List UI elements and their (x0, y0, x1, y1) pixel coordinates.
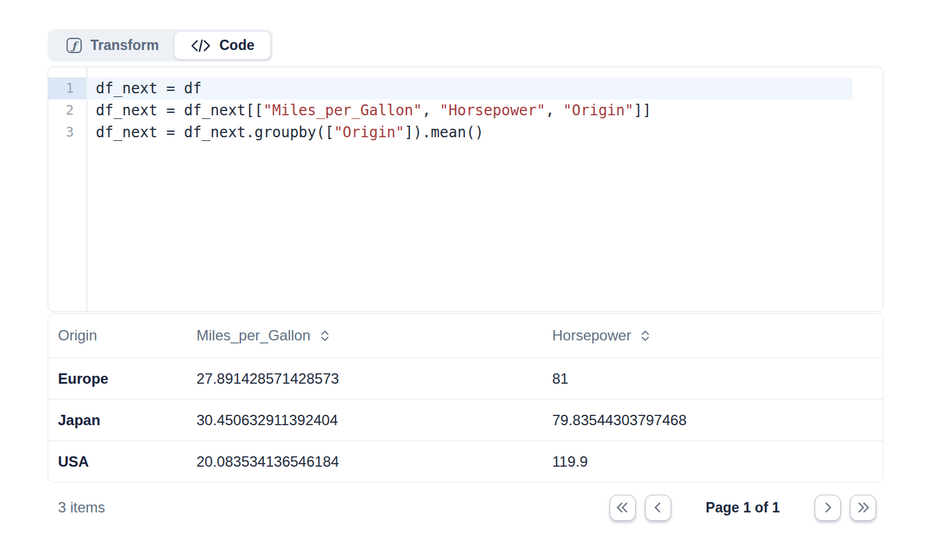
horsepower-cell: 79.83544303797468 (552, 412, 883, 429)
code-token: df_next = df (96, 80, 201, 97)
svg-text:ƒ: ƒ (70, 40, 79, 52)
code-editor[interactable]: 1 df_next = df 2 df_next = df_next[["Mil… (48, 66, 884, 312)
line-number: 1 (48, 77, 87, 99)
view-tabbar: ƒ Transform Code (48, 29, 273, 62)
string-token: "Horsepower" (440, 102, 545, 119)
code-line-1[interactable]: 1 df_next = df (48, 77, 883, 99)
code-icon (190, 38, 211, 53)
row-index-cell: USA (48, 453, 196, 470)
column-label: Horsepower (552, 327, 631, 344)
miles-per-gallon-cell: 30.450632911392404 (196, 412, 552, 429)
chevron-right-icon (821, 500, 835, 515)
row-index-cell: Japan (48, 412, 196, 429)
column-header-horsepower[interactable]: Horsepower (552, 327, 883, 344)
result-table: Origin Miles_per_Gallon Horsepower (48, 313, 884, 483)
sort-updown-icon[interactable] (640, 329, 650, 342)
line-number: 2 (48, 99, 87, 121)
column-label: Origin (58, 327, 97, 344)
code-token: df_next = df_next[[ (96, 102, 264, 119)
table-row[interactable]: Japan 30.450632911392404 79.835443037974… (48, 399, 883, 440)
page-indicator: Page 1 of 1 (706, 500, 780, 516)
miles-per-gallon-cell: 27.891428571428573 (196, 370, 552, 387)
function-icon: ƒ (66, 37, 82, 54)
string-token: "Origin" (563, 102, 634, 119)
code-line-content[interactable]: df_next = df_next[["Miles_per_Gallon", "… (87, 99, 852, 121)
table-footer: 3 items Page 1 of 1 (48, 489, 884, 526)
code-line-content[interactable]: df_next = df_next.groupby(["Origin"]).me… (87, 121, 852, 143)
items-count: 3 items (58, 499, 105, 516)
tab-transform-label: Transform (90, 37, 159, 54)
prev-page-button[interactable] (645, 495, 671, 521)
tab-code[interactable]: Code (175, 32, 270, 59)
horsepower-cell: 81 (552, 370, 883, 387)
string-token: "Miles_per_Gallon" (264, 102, 422, 119)
chevron-left-icon (650, 500, 665, 515)
code-token: ]] (633, 102, 651, 119)
column-header-origin: Origin (48, 327, 196, 344)
column-header-miles-per-gallon[interactable]: Miles_per_Gallon (196, 327, 552, 344)
pagination: Page 1 of 1 (610, 495, 876, 521)
code-line-3[interactable]: 3 df_next = df_next.groupby(["Origin"]).… (48, 121, 883, 143)
table-row[interactable]: USA 20.083534136546184 119.9 (48, 440, 883, 482)
chevrons-right-icon (856, 500, 871, 515)
tab-transform[interactable]: ƒ Transform (50, 32, 175, 59)
row-index-cell: Europe (48, 370, 196, 387)
horsepower-cell: 119.9 (552, 453, 883, 470)
code-token: ]).mean() (405, 124, 484, 141)
sort-updown-icon[interactable] (320, 329, 330, 342)
code-token: , (545, 102, 563, 119)
table-row[interactable]: Europe 27.891428571428573 81 (48, 357, 883, 399)
last-page-button[interactable] (850, 495, 876, 521)
code-token: df_next = df_next.groupby([ (96, 124, 334, 141)
next-page-button[interactable] (815, 495, 841, 521)
column-label: Miles_per_Gallon (196, 327, 311, 344)
tab-code-label: Code (219, 37, 254, 54)
string-token: "Origin" (334, 124, 405, 141)
line-number: 3 (48, 121, 87, 143)
code-line-content[interactable]: df_next = df (87, 77, 852, 99)
table-header-row: Origin Miles_per_Gallon Horsepower (48, 314, 883, 357)
code-line-2[interactable]: 2 df_next = df_next[["Miles_per_Gallon",… (48, 99, 883, 121)
first-page-button[interactable] (610, 495, 636, 521)
code-token: , (422, 102, 440, 119)
data-wrangler-panel: ƒ Transform Code 1 df_next = df 2 df (48, 29, 884, 526)
miles-per-gallon-cell: 20.083534136546184 (196, 453, 552, 470)
chevrons-left-icon (615, 500, 630, 515)
